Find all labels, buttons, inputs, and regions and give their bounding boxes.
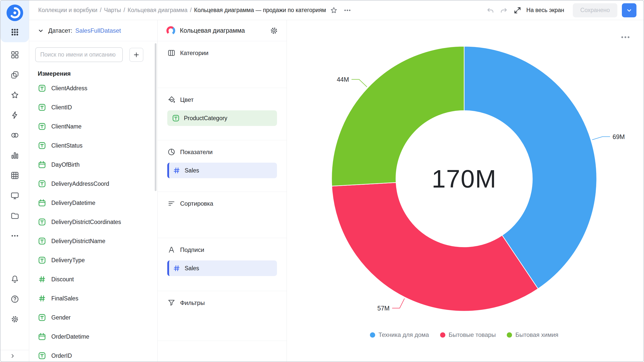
rail-collapse-bar: [1, 350, 29, 361]
settings-gear-icon[interactable]: [10, 315, 19, 324]
donut-chart-type-icon: [166, 26, 176, 36]
chip-label: ProductCategory: [184, 115, 227, 122]
dataset-field-row[interactable]: DayOfBirth: [29, 155, 157, 174]
dataset-field-row[interactable]: Gender: [29, 308, 157, 327]
field-name: DeliveryDistrictCoordinates: [51, 219, 121, 225]
legend-dot: [440, 332, 445, 338]
columns-icon: [167, 49, 176, 57]
favorites-star-icon[interactable]: [10, 90, 19, 100]
dataset-field-row[interactable]: FinalSales: [29, 289, 157, 308]
text-field-icon: [38, 237, 46, 245]
dataset-field-row[interactable]: OrderID: [29, 346, 157, 361]
chevron-down-icon[interactable]: [36, 26, 45, 35]
field-chip-ProductCategory[interactable]: ProductCategory: [167, 110, 277, 126]
dataset-scrollbar-thumb[interactable]: [155, 43, 156, 191]
main-column: Коллекции и воркбуки/Чарты/Кольцевая диа…: [29, 1, 643, 361]
more-dots-icon[interactable]: [10, 231, 19, 240]
text-field-icon: [38, 218, 46, 226]
config-sections: КатегорииЦветProductCategoryПоказателиSa…: [158, 41, 287, 341]
field-name: DeliveryDatetime: [51, 200, 95, 206]
text-field-icon: [38, 313, 46, 322]
config-section-color: ЦветProductCategory: [158, 88, 287, 140]
field-chip-Sales[interactable]: Sales: [167, 163, 277, 178]
section-header: Подписи: [167, 246, 277, 254]
field-name: DeliveryType: [51, 257, 85, 264]
donut-slice-2[interactable]: [332, 183, 538, 311]
tiles-icon[interactable]: [10, 50, 19, 59]
field-search-input[interactable]: [35, 47, 123, 62]
dataset-field-row[interactable]: DeliveryDistrictCoordinates: [29, 212, 157, 232]
text-field-icon: [38, 103, 46, 112]
fullscreen-label[interactable]: На весь экран: [526, 7, 564, 14]
help-icon[interactable]: [10, 295, 19, 304]
field-name: ClientName: [51, 123, 82, 130]
chart-area: 69M57M44M 170M Техника для домаБытовые т…: [287, 20, 643, 361]
charts-bars-icon[interactable]: [10, 151, 19, 160]
redo-icon[interactable]: [498, 5, 510, 16]
dataset-field-row[interactable]: DeliveryAddressCoord: [29, 174, 157, 193]
field-name: Gender: [51, 314, 71, 321]
datalens-logo-icon[interactable]: [7, 5, 23, 21]
datasets-grid-icon[interactable]: [10, 171, 19, 180]
more-menu-icon[interactable]: [342, 5, 353, 16]
collections-icon[interactable]: [10, 70, 19, 79]
breadcrumb-separator: /: [124, 7, 125, 14]
dataset-name-link[interactable]: SalesFullDataset: [75, 27, 121, 34]
hash-icon: [173, 264, 181, 272]
donut-center-total: 170M: [432, 164, 497, 193]
breadcrumb-item[interactable]: Кольцевая диаграмма: [128, 7, 187, 14]
undo-icon[interactable]: [485, 5, 496, 16]
page-title: Кольцевая диаграмма — продажи по категор…: [194, 7, 326, 14]
dataset-field-row[interactable]: ClientID: [29, 98, 157, 117]
expand-rail-icon[interactable]: [8, 351, 17, 360]
storage-folder-icon[interactable]: [10, 211, 19, 220]
dataset-field-row[interactable]: Discount: [29, 270, 157, 289]
field-chip-Sales[interactable]: Sales: [167, 260, 277, 276]
add-field-button[interactable]: [129, 48, 143, 62]
dataset-field-row[interactable]: DeliveryDatetime: [29, 193, 157, 212]
config-section-categories: Категории: [158, 41, 287, 88]
favorite-star-icon[interactable]: [328, 5, 340, 16]
breadcrumb-item[interactable]: Чарты: [104, 7, 121, 14]
save-dropdown-button[interactable]: [622, 3, 636, 17]
config-panel-header: Кольцевая диаграмма: [158, 20, 287, 41]
dataset-panel-header: Датасет: SalesFullDataset: [29, 20, 157, 41]
slice-value-label: 57M: [377, 305, 390, 312]
services-grid-icon[interactable]: [10, 28, 19, 37]
config-section-measures: ПоказателиSales: [158, 140, 287, 192]
notifications-bell-icon[interactable]: [10, 275, 19, 284]
dimensions-section-title: Измерения: [38, 70, 157, 77]
saved-button[interactable]: Сохранено: [573, 3, 617, 17]
breadcrumb-item[interactable]: Коллекции и воркбуки: [38, 7, 97, 14]
text-field-icon: [38, 84, 46, 93]
paint-bucket-icon: [167, 96, 176, 104]
section-label: Подписи: [180, 246, 204, 253]
fullscreen-icon[interactable]: [512, 5, 523, 16]
text-field-icon: [38, 256, 46, 264]
section-label: Сортировка: [180, 200, 213, 207]
field-name: ClientStatus: [51, 142, 83, 149]
dataset-panel: Датасет: SalesFullDataset Измерения Clie…: [29, 20, 158, 361]
legend-item[interactable]: Техника для дома: [370, 331, 429, 338]
rail-bottom-icons: [10, 275, 19, 324]
dataset-field-row[interactable]: DeliveryType: [29, 251, 157, 270]
dashboards-monitor-icon[interactable]: [10, 191, 19, 200]
dataset-field-row[interactable]: ClientStatus: [29, 136, 157, 155]
dataset-field-row[interactable]: DeliveryDistrictName: [29, 232, 157, 251]
dataset-search-row: [29, 41, 157, 62]
text-field-icon: [38, 141, 46, 150]
label-leader-line: [592, 137, 610, 140]
chart-settings-gear-icon[interactable]: [268, 25, 280, 37]
dataset-field-row[interactable]: ClientAddress: [29, 79, 157, 98]
dataset-field-row[interactable]: ClientName: [29, 117, 157, 136]
legend-item[interactable]: Бытовая химия: [507, 331, 558, 338]
config-section-labels: ПодписиSales: [158, 238, 287, 291]
editor-bolt-icon[interactable]: [10, 111, 19, 120]
label-leader-line: [392, 298, 405, 308]
text-field-icon: [38, 122, 46, 131]
legend-dot: [507, 332, 512, 338]
dataset-field-row[interactable]: OrderDatetime: [29, 327, 157, 346]
legend-item[interactable]: Бытовые товары: [440, 331, 496, 338]
connections-icon[interactable]: [10, 131, 19, 140]
section-label: Фильтры: [180, 299, 205, 306]
